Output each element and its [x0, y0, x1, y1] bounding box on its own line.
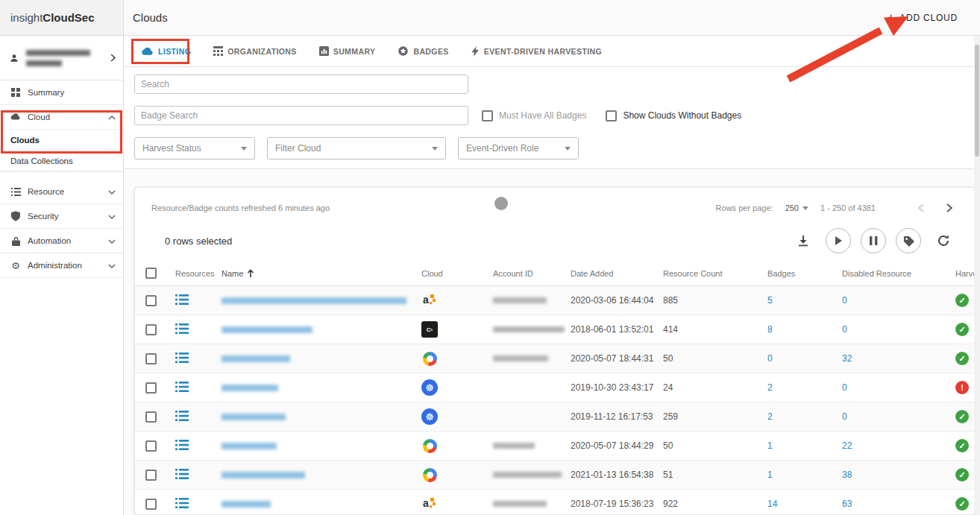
sidebar-item-resource[interactable]: Resource	[0, 180, 123, 204]
badges-count-link[interactable]: 14	[767, 499, 777, 509]
rows-per-page-select[interactable]: 250	[785, 203, 808, 212]
apply-badges-button[interactable]	[896, 228, 921, 253]
date-added-value: 2019-10-30 23:43:17	[571, 382, 663, 393]
column-harvest[interactable]: Harvest	[955, 269, 975, 278]
column-date-added[interactable]: Date Added	[571, 269, 663, 278]
disabled-resource-link[interactable]: 0	[842, 411, 847, 422]
account-id-redacted	[493, 501, 547, 507]
sidebar-item-cloud[interactable]: Cloud	[0, 105, 123, 130]
disabled-resource-link[interactable]: 0	[842, 295, 847, 306]
sidebar-item-administration[interactable]: ⚙ Administration	[0, 253, 123, 278]
resources-list-icon[interactable]	[175, 498, 189, 511]
badge-search-input[interactable]	[134, 106, 468, 125]
pause-harvest-button[interactable]	[861, 228, 886, 253]
grid-icon	[10, 87, 21, 98]
badges-count-link[interactable]: 2	[767, 382, 773, 393]
row-checkbox[interactable]	[145, 440, 157, 452]
column-disabled-resource[interactable]: Disabled Resource	[842, 269, 955, 278]
resources-list-icon[interactable]	[175, 382, 189, 394]
badges-count-link[interactable]: 1	[767, 470, 773, 480]
tab-summary[interactable]: SUMMARY	[319, 46, 376, 56]
badges-count-link[interactable]: 2	[767, 411, 773, 422]
row-checkbox[interactable]	[145, 470, 157, 481]
cloud-name-redacted[interactable]	[222, 356, 290, 362]
checkbox-icon[interactable]	[606, 110, 617, 121]
row-checkbox[interactable]	[145, 324, 157, 335]
column-badges[interactable]: Badges	[767, 269, 842, 278]
cloud-icon	[10, 112, 21, 122]
next-page-button[interactable]	[941, 200, 958, 216]
resources-list-icon[interactable]	[175, 469, 189, 481]
cloud-name-redacted[interactable]	[222, 385, 278, 391]
harvest-ok-icon: ✓	[955, 294, 969, 307]
tab-listing[interactable]: LISTING	[142, 45, 191, 57]
account-id-redacted	[493, 356, 548, 361]
chevron-right-icon	[110, 51, 116, 65]
column-account-id[interactable]: Account ID	[493, 269, 571, 278]
sidebar-item-data-collections[interactable]: Data Collections	[0, 151, 123, 171]
refresh-button[interactable]	[931, 228, 956, 253]
cloud-name-redacted[interactable]	[222, 326, 312, 333]
disabled-resource-link[interactable]: 38	[842, 470, 852, 480]
harvest-ok-icon: ✓	[955, 410, 969, 423]
sidebar-item-clouds[interactable]: Clouds	[0, 130, 123, 151]
previous-page-button[interactable]	[913, 200, 929, 216]
select-all-checkbox[interactable]	[145, 268, 157, 279]
badges-count-link[interactable]: 8	[767, 324, 773, 335]
disabled-resource-link[interactable]: 0	[842, 382, 847, 393]
filter-cloud-dropdown[interactable]: Filter Cloud	[267, 137, 446, 159]
brand-logo: insightCloudSec	[0, 0, 123, 36]
badges-count-link[interactable]: 0	[767, 353, 773, 364]
resume-harvest-button[interactable]	[826, 228, 851, 253]
row-checkbox[interactable]	[145, 499, 157, 510]
column-resource-count[interactable]: Resource Count	[663, 269, 767, 278]
disabled-resource-link[interactable]: 63	[842, 499, 852, 509]
resources-list-icon[interactable]	[175, 353, 189, 365]
tab-badges[interactable]: BADGES	[398, 45, 448, 57]
sidebar-item-summary[interactable]: Summary	[0, 80, 123, 105]
disabled-resource-link[interactable]: 0	[842, 324, 847, 335]
must-have-all-badges-checkbox[interactable]: Must Have All Badges	[482, 110, 586, 121]
disabled-resource-link[interactable]: 22	[842, 440, 852, 451]
list-icon	[10, 186, 21, 197]
scrollbar-thumb[interactable]	[975, 45, 979, 157]
add-cloud-button[interactable]: + ADD CLOUD	[887, 10, 958, 25]
resources-list-icon[interactable]	[175, 440, 189, 452]
cloud-name-redacted[interactable]	[222, 472, 305, 478]
account-id-redacted	[493, 297, 547, 303]
show-clouds-without-badges-checkbox[interactable]: Show Clouds Without Badges	[606, 110, 741, 121]
tab-organizations[interactable]: ORGANIZATIONS	[213, 46, 297, 56]
vertical-scrollbar[interactable]	[974, 36, 980, 515]
sidebar-item-automation[interactable]: Automation	[0, 229, 123, 253]
table-actions	[791, 228, 956, 253]
cloud-name-redacted[interactable]	[222, 501, 271, 508]
cloud-name-redacted[interactable]	[222, 443, 277, 449]
badges-count-link[interactable]: 5	[767, 295, 773, 306]
row-checkbox[interactable]	[145, 295, 157, 306]
resources-list-icon[interactable]	[175, 323, 189, 336]
download-button[interactable]	[791, 228, 816, 253]
badges-count-link[interactable]: 1	[767, 440, 773, 451]
event-driven-role-dropdown[interactable]: Event-Driven Role	[458, 137, 579, 159]
column-resources[interactable]: Resources	[175, 269, 222, 278]
aws-cloud-icon: a	[421, 292, 438, 309]
resources-list-icon[interactable]	[175, 294, 189, 307]
column-cloud[interactable]: Cloud	[421, 269, 493, 278]
cloud-name-redacted[interactable]	[222, 414, 286, 420]
tab-event-driven-harvesting[interactable]: EVENT-DRIVEN HARVESTING	[471, 46, 602, 57]
column-name[interactable]: Name	[222, 269, 421, 278]
search-input[interactable]	[134, 75, 468, 94]
resources-list-icon[interactable]	[175, 411, 189, 423]
user-profile[interactable]	[0, 36, 123, 80]
harvest-status-dropdown[interactable]: Harvest Status	[134, 137, 255, 159]
cloud-name-redacted[interactable]	[222, 297, 406, 304]
row-checkbox[interactable]	[145, 382, 157, 394]
disabled-resource-link[interactable]: 32	[842, 353, 852, 364]
sidebar-item-security[interactable]: Security	[0, 204, 123, 229]
row-checkbox[interactable]	[145, 353, 157, 364]
row-checkbox[interactable]	[145, 411, 157, 423]
harvest-ok-icon: ✓	[955, 439, 969, 452]
kubernetes-cloud-icon: ☸	[421, 408, 438, 425]
checkbox-icon[interactable]	[482, 110, 493, 121]
chevron-down-icon	[108, 187, 116, 196]
